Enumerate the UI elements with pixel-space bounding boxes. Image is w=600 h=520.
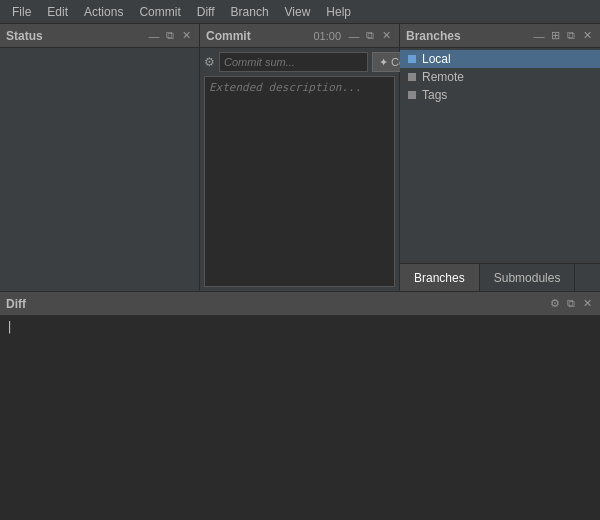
commit-panel-body: ⚙ ✦ Commit <box>200 48 399 291</box>
status-close-icon[interactable]: ✕ <box>179 29 193 43</box>
branch-tags-label: Tags <box>422 88 447 102</box>
commit-gear-icon[interactable]: ⚙ <box>204 55 215 69</box>
commit-panel-header: Commit 01:00 — ⧉ ✕ <box>200 24 399 48</box>
main-layout: Status — ⧉ ✕ Commit 01:00 — ⧉ ✕ ⚙ ✦ Comm… <box>0 24 600 520</box>
tab-submodules[interactable]: Submodules <box>480 264 576 291</box>
menubar: File Edit Actions Commit Diff Branch Vie… <box>0 0 600 24</box>
status-panel: Status — ⧉ ✕ <box>0 24 200 291</box>
diff-panel: Diff ⚙ ⧉ ✕ | <box>0 292 600 520</box>
branch-local-dot <box>408 55 416 63</box>
branches-panel-title: Branches <box>406 29 530 43</box>
branches-tabs: Branches Submodules <box>400 263 600 291</box>
commit-description-area[interactable] <box>204 76 395 287</box>
status-minimize-icon[interactable]: — <box>147 29 161 43</box>
branch-tags-dot <box>408 91 416 99</box>
commit-close-icon[interactable]: ✕ <box>379 29 393 43</box>
diff-cursor: | <box>6 320 13 334</box>
menu-diff[interactable]: Diff <box>189 3 223 21</box>
diff-panel-title: Diff <box>6 297 546 311</box>
commit-panel: Commit 01:00 — ⧉ ✕ ⚙ ✦ Commit <box>200 24 400 291</box>
diff-detach-icon[interactable]: ⧉ <box>564 297 578 311</box>
commit-detach-icon[interactable]: ⧉ <box>363 29 377 43</box>
menu-file[interactable]: File <box>4 3 39 21</box>
diff-close-icon[interactable]: ✕ <box>580 297 594 311</box>
branches-body: Local Remote Tags <box>400 48 600 263</box>
branch-local-label: Local <box>422 52 451 66</box>
branch-remote-item[interactable]: Remote <box>400 68 600 86</box>
diff-gear-icon[interactable]: ⚙ <box>548 297 562 311</box>
commit-timer: 01:00 <box>313 30 341 42</box>
menu-commit[interactable]: Commit <box>131 3 188 21</box>
tab-branches[interactable]: Branches <box>400 264 480 291</box>
branches-panel: Branches — ⊞ ⧉ ✕ Local Remote Tags <box>400 24 600 291</box>
commit-minimize-icon[interactable]: — <box>347 29 361 43</box>
branch-tags-item[interactable]: Tags <box>400 86 600 104</box>
branch-local-item[interactable]: Local <box>400 50 600 68</box>
branches-panel-header: Branches — ⊞ ⧉ ✕ <box>400 24 600 48</box>
branch-remote-dot <box>408 73 416 81</box>
branch-remote-label: Remote <box>422 70 464 84</box>
commit-summary-row: ⚙ ✦ Commit <box>204 52 395 72</box>
status-panel-header: Status — ⧉ ✕ <box>0 24 199 48</box>
branches-close-icon[interactable]: ✕ <box>580 29 594 43</box>
status-detach-icon[interactable]: ⧉ <box>163 29 177 43</box>
diff-panel-header: Diff ⚙ ⧉ ✕ <box>0 292 600 316</box>
commit-summary-input[interactable] <box>219 52 368 72</box>
branches-detach-icon[interactable]: ⧉ <box>564 29 578 43</box>
menu-view[interactable]: View <box>277 3 319 21</box>
status-panel-title: Status <box>6 29 145 43</box>
menu-help[interactable]: Help <box>318 3 359 21</box>
menu-branch[interactable]: Branch <box>223 3 277 21</box>
top-section: Status — ⧉ ✕ Commit 01:00 — ⧉ ✕ ⚙ ✦ Comm… <box>0 24 600 292</box>
menu-actions[interactable]: Actions <box>76 3 131 21</box>
menu-edit[interactable]: Edit <box>39 3 76 21</box>
diff-body: | <box>0 316 600 520</box>
status-panel-body <box>0 48 199 291</box>
branches-filter-icon[interactable]: ⊞ <box>548 29 562 43</box>
branches-minimize-icon[interactable]: — <box>532 29 546 43</box>
commit-panel-title: Commit <box>206 29 313 43</box>
